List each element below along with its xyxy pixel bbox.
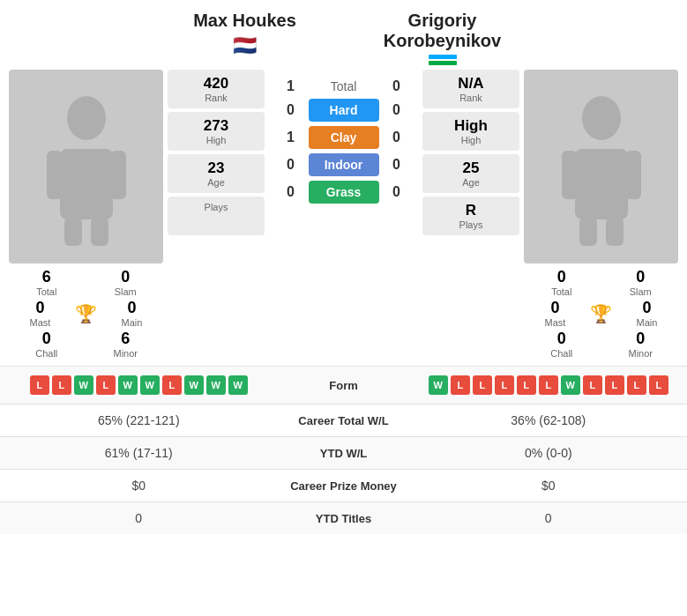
bottom-stats-row: 6 Total 0 Slam 0 Mast 🏆 0 Main bbox=[0, 268, 687, 366]
name-row: Max Houkes 🇳🇱 Grigoriy Korobeynikov bbox=[0, 0, 687, 65]
form-badge-w: W bbox=[429, 375, 448, 395]
left-mast-value: 0 bbox=[9, 299, 71, 317]
comp-center-0: Career Total W/L bbox=[265, 414, 423, 427]
right-minor-value: 0 bbox=[603, 330, 679, 348]
left-mast-main-row: 0 Mast 🏆 0 Main bbox=[9, 299, 163, 328]
right-high-box: High High bbox=[422, 112, 519, 151]
svg-rect-7 bbox=[575, 149, 628, 219]
form-badge-w: W bbox=[74, 375, 93, 395]
left-silhouette bbox=[34, 87, 139, 246]
left-age-box: 23 Age bbox=[168, 154, 265, 193]
right-mast-label: Mast bbox=[524, 317, 586, 328]
right-form-badges: WLLLLLWLLLL bbox=[423, 375, 675, 395]
left-minor-value: 6 bbox=[88, 330, 164, 348]
right-rank-box: N/A Rank bbox=[422, 70, 519, 108]
form-badge-w: W bbox=[228, 375, 248, 395]
left-player-photo bbox=[9, 70, 163, 263]
indoor-row: 0 Indoor 0 bbox=[269, 153, 418, 176]
form-badge-w: W bbox=[206, 375, 226, 395]
svg-rect-1 bbox=[60, 149, 113, 219]
right-player-photo bbox=[524, 70, 678, 263]
left-chall-label: Chall bbox=[9, 348, 85, 359]
grass-row: 0 Grass 0 bbox=[269, 181, 418, 204]
grass-left: 0 bbox=[282, 184, 300, 200]
form-badge-l: L bbox=[473, 375, 492, 395]
left-player-name: Max Houkes bbox=[168, 11, 322, 31]
comp-center-2: Career Prize Money bbox=[265, 479, 423, 493]
left-high-box: 273 High bbox=[168, 112, 265, 151]
comp-left-2: $0 bbox=[13, 479, 265, 493]
left-form: LLWLWWLWWW bbox=[13, 375, 265, 395]
left-chall-minor: 0 Chall 6 Minor bbox=[9, 330, 163, 359]
hard-row: 0 Hard 0 bbox=[269, 99, 418, 122]
left-rank-label: Rank bbox=[175, 93, 258, 103]
clay-row: 1 Clay 0 bbox=[269, 126, 418, 149]
right-total-value: 0 bbox=[524, 268, 600, 286]
comp-right-0: 36% (62-108) bbox=[423, 413, 675, 427]
flag-bar-top bbox=[429, 55, 457, 59]
comp-center-1: YTD W/L bbox=[265, 447, 423, 460]
right-rank-label: Rank bbox=[429, 93, 512, 103]
right-chall-label: Chall bbox=[524, 348, 600, 359]
comparison-row-3: 0 YTD Titles 0 bbox=[0, 501, 687, 534]
form-badge-l: L bbox=[162, 375, 182, 395]
comparison-rows: 65% (221-121) Career Total W/L 36% (62-1… bbox=[0, 404, 687, 534]
left-minor-label: Minor bbox=[88, 348, 164, 359]
svg-rect-11 bbox=[606, 218, 624, 246]
left-slam-value: 0 bbox=[88, 268, 164, 286]
left-age-label: Age bbox=[175, 177, 258, 188]
right-player-name-area bbox=[524, 11, 678, 65]
left-mast-label: Mast bbox=[9, 317, 71, 328]
right-high-value: High bbox=[429, 117, 512, 135]
svg-rect-5 bbox=[91, 218, 108, 246]
total-left-score: 1 bbox=[282, 78, 300, 94]
form-badge-l: L bbox=[451, 375, 470, 395]
left-main-value: 0 bbox=[101, 299, 163, 317]
left-main-label: Main bbox=[101, 317, 163, 328]
form-badge-l: L bbox=[517, 375, 536, 395]
form-badge-l: L bbox=[539, 375, 558, 395]
right-mast-main-row: 0 Mast 🏆 0 Main bbox=[524, 299, 678, 328]
svg-point-0 bbox=[67, 96, 106, 140]
hard-badge: Hard bbox=[309, 99, 379, 122]
indoor-right: 0 bbox=[388, 157, 406, 173]
center-gap bbox=[326, 11, 361, 65]
photo-row: 420 Rank 273 High 23 Age Plays 1 bbox=[0, 65, 687, 268]
hard-right: 0 bbox=[388, 102, 406, 118]
left-total-label: Total bbox=[9, 286, 85, 297]
right-slam-label: Slam bbox=[603, 286, 679, 297]
comparison-row-2: $0 Career Prize Money $0 bbox=[0, 469, 687, 501]
comparison-row-1: 61% (17-11) YTD W/L 0% (0-0) bbox=[0, 436, 687, 469]
form-label: Form bbox=[265, 379, 423, 392]
form-badge-w: W bbox=[140, 375, 160, 395]
form-badge-w: W bbox=[184, 375, 204, 395]
clay-right: 0 bbox=[388, 130, 406, 145]
page-container: Max Houkes 🇳🇱 Grigoriy Korobeynikov bbox=[0, 0, 687, 534]
right-age-value: 25 bbox=[429, 160, 512, 177]
right-chall-value: 0 bbox=[524, 330, 600, 348]
left-high-value: 273 bbox=[175, 117, 258, 135]
form-badge-w: W bbox=[118, 375, 138, 395]
form-row: LLWLWWLWWW Form WLLLLLWLLLL bbox=[0, 366, 687, 404]
right-plays-value: R bbox=[429, 202, 512, 219]
grass-badge: Grass bbox=[309, 181, 379, 204]
right-trophy-icon: 🏆 bbox=[590, 305, 612, 323]
right-mast-value: 0 bbox=[524, 299, 586, 317]
form-badge-l: L bbox=[583, 375, 602, 395]
clay-left: 1 bbox=[282, 130, 300, 145]
svg-rect-8 bbox=[562, 151, 578, 199]
comp-right-3: 0 bbox=[423, 511, 675, 525]
form-badge-l: L bbox=[30, 375, 49, 395]
left-plays-label: Plays bbox=[175, 202, 258, 212]
svg-rect-9 bbox=[625, 151, 641, 199]
clay-badge: Clay bbox=[309, 126, 379, 149]
comp-center-3: YTD Titles bbox=[265, 512, 423, 525]
svg-rect-3 bbox=[110, 151, 126, 199]
right-player-name: Grigoriy Korobeynikov bbox=[365, 11, 519, 51]
left-name-header: Max Houkes 🇳🇱 bbox=[168, 11, 322, 65]
right-stats-panel: N/A Rank High High 25 Age R Plays bbox=[422, 70, 519, 235]
right-rank-value: N/A bbox=[429, 75, 512, 93]
svg-rect-2 bbox=[47, 151, 63, 199]
right-flag bbox=[365, 55, 519, 65]
total-right-score: 0 bbox=[388, 78, 406, 94]
